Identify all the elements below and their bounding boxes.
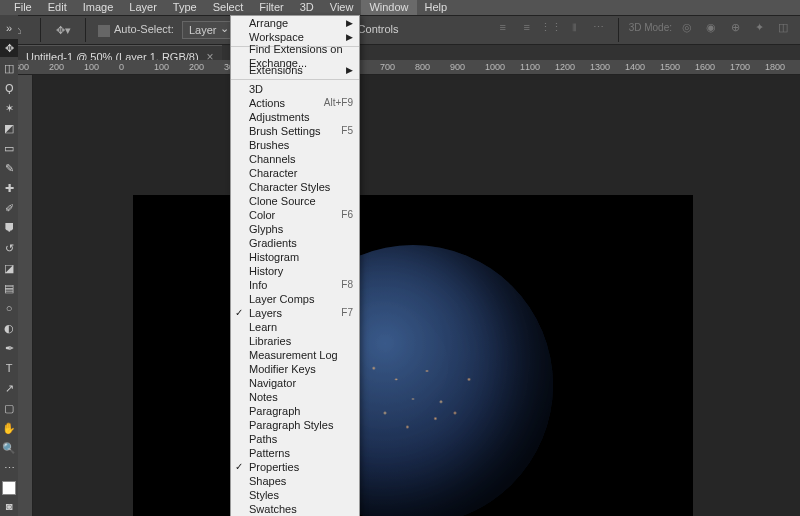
quick-mask-icon[interactable]: ◙ <box>0 497 18 515</box>
ruler-vertical <box>18 75 33 516</box>
brush-tool[interactable]: ✐ <box>0 199 18 217</box>
menu-item-label: Shapes <box>249 474 286 488</box>
menu-item-shapes[interactable]: Shapes <box>231 474 359 488</box>
menu-item-histogram[interactable]: Histogram <box>231 250 359 264</box>
menu-item-brush-settings[interactable]: Brush SettingsF5 <box>231 124 359 138</box>
menubar-image[interactable]: Image <box>75 0 122 15</box>
shape-tool[interactable]: ▢ <box>0 399 18 417</box>
eyedropper-tool[interactable]: ✎ <box>0 159 18 177</box>
align-icon[interactable]: ≡ <box>494 18 512 36</box>
menu-item-actions[interactable]: ActionsAlt+F9 <box>231 96 359 110</box>
crop-tool[interactable]: ◩ <box>0 119 18 137</box>
menu-item-styles[interactable]: Styles <box>231 488 359 502</box>
menubar-window[interactable]: Window <box>361 0 416 15</box>
type-tool[interactable]: T <box>0 359 18 377</box>
magic-wand-tool[interactable]: ✶ <box>0 99 18 117</box>
ruler-tick: 1500 <box>660 62 680 72</box>
menu-item-find-extensions-on-exchange-[interactable]: Find Extensions on Exchange... <box>231 49 359 63</box>
menubar-layer[interactable]: Layer <box>121 0 165 15</box>
menu-item-label: Brush Settings <box>249 124 321 138</box>
menu-item-modifier-keys[interactable]: Modifier Keys <box>231 362 359 376</box>
menubar-select[interactable]: Select <box>205 0 252 15</box>
menu-item-layer-comps[interactable]: Layer Comps <box>231 292 359 306</box>
ruler-tick: 100 <box>154 62 169 72</box>
orbit-icon[interactable]: ◎ <box>678 18 696 36</box>
healing-tool[interactable]: ✚ <box>0 179 18 197</box>
menu-item-channels[interactable]: Channels <box>231 152 359 166</box>
menu-item-gradients[interactable]: Gradients <box>231 236 359 250</box>
canvas-area[interactable] <box>33 75 800 516</box>
dolly-icon[interactable]: ⊕ <box>726 18 744 36</box>
menubar-file[interactable]: File <box>6 0 40 15</box>
menu-item-paragraph-styles[interactable]: Paragraph Styles <box>231 418 359 432</box>
gradient-tool[interactable]: ▤ <box>0 279 18 297</box>
menu-item-arrange[interactable]: Arrange▶ <box>231 16 359 30</box>
dodge-tool[interactable]: ◐ <box>0 319 18 337</box>
more-icon[interactable]: ⋯ <box>590 18 608 36</box>
zoom-tool[interactable]: 🔍 <box>0 439 18 457</box>
menu-item-navigator[interactable]: Navigator <box>231 376 359 390</box>
menu-item-swatches[interactable]: Swatches <box>231 502 359 516</box>
menu-item-glyphs[interactable]: Glyphs <box>231 222 359 236</box>
stamp-tool[interactable]: ⛊ <box>0 219 18 237</box>
submenu-arrow-icon: ▶ <box>346 63 353 77</box>
lasso-tool[interactable]: Ϙ <box>0 79 18 97</box>
path-tool[interactable]: ↗ <box>0 379 18 397</box>
hand-tool[interactable]: ✋ <box>0 419 18 437</box>
menu-item-paths[interactable]: Paths <box>231 432 359 446</box>
menu-item-measurement-log[interactable]: Measurement Log <box>231 348 359 362</box>
blur-tool[interactable]: ○ <box>0 299 18 317</box>
menu-item-character-styles[interactable]: Character Styles <box>231 180 359 194</box>
menu-item-libraries[interactable]: Libraries <box>231 334 359 348</box>
pan-icon[interactable]: ◉ <box>702 18 720 36</box>
menubar-edit[interactable]: Edit <box>40 0 75 15</box>
menu-item-brushes[interactable]: Brushes <box>231 138 359 152</box>
menu-item-color[interactable]: ColorF6 <box>231 208 359 222</box>
move-tool-icon[interactable]: ✥▾ <box>53 20 73 40</box>
menu-item-label: Measurement Log <box>249 348 338 362</box>
menu-item-extensions[interactable]: Extensions▶ <box>231 63 359 77</box>
menu-item-notes[interactable]: Notes <box>231 390 359 404</box>
menu-item-info[interactable]: InfoF8 <box>231 278 359 292</box>
distribute-icon[interactable]: ⋮⋮ <box>542 18 560 36</box>
menubar-type[interactable]: Type <box>165 0 205 15</box>
eraser-tool[interactable]: ◪ <box>0 259 18 277</box>
menu-item-label: Glyphs <box>249 222 283 236</box>
check-icon: ✓ <box>235 306 243 320</box>
menu-item-history[interactable]: History <box>231 264 359 278</box>
auto-select-checkbox[interactable]: Auto-Select: <box>98 23 174 36</box>
menubar-view[interactable]: View <box>322 0 362 15</box>
menu-item-properties[interactable]: ✓Properties <box>231 460 359 474</box>
slide-icon[interactable]: ✦ <box>750 18 768 36</box>
align-icon[interactable]: ≡ <box>518 18 536 36</box>
edit-toolbar[interactable]: ⋯ <box>0 459 18 477</box>
scale-icon[interactable]: ◫ <box>774 18 792 36</box>
menu-item-label: Patterns <box>249 446 290 460</box>
target-dropdown[interactable]: Layer <box>182 21 234 39</box>
menu-item-3d[interactable]: 3D <box>231 82 359 96</box>
menubar-3d[interactable]: 3D <box>292 0 322 15</box>
ps-logo-icon[interactable]: » <box>0 19 18 37</box>
menubar-filter[interactable]: Filter <box>251 0 291 15</box>
move-tool[interactable]: ✥ <box>0 39 18 57</box>
ruler-tick: 900 <box>450 62 465 72</box>
history-brush-tool[interactable]: ↺ <box>0 239 18 257</box>
pen-tool[interactable]: ✒ <box>0 339 18 357</box>
distribute-icon[interactable]: ⫴ <box>566 18 584 36</box>
menu-item-label: Channels <box>249 152 295 166</box>
menu-item-learn[interactable]: Learn <box>231 320 359 334</box>
marquee-tool[interactable]: ◫ <box>0 59 18 77</box>
fg-color-swatch[interactable] <box>2 481 16 495</box>
ruler-tick: 0 <box>119 62 124 72</box>
menu-item-patterns[interactable]: Patterns <box>231 446 359 460</box>
frame-tool[interactable]: ▭ <box>0 139 18 157</box>
menu-item-layers[interactable]: ✓LayersF7 <box>231 306 359 320</box>
menu-item-character[interactable]: Character <box>231 166 359 180</box>
menu-item-paragraph[interactable]: Paragraph <box>231 404 359 418</box>
shortcut-label: F5 <box>341 124 353 138</box>
toolbar: » ✥ ◫ Ϙ ✶ ◩ ▭ ✎ ✚ ✐ ⛊ ↺ ◪ ▤ ○ ◐ ✒ T ↗ ▢ … <box>0 15 18 516</box>
menubar-help[interactable]: Help <box>417 0 456 15</box>
canvas[interactable] <box>133 195 693 516</box>
menu-item-clone-source[interactable]: Clone Source <box>231 194 359 208</box>
menu-item-adjustments[interactable]: Adjustments <box>231 110 359 124</box>
